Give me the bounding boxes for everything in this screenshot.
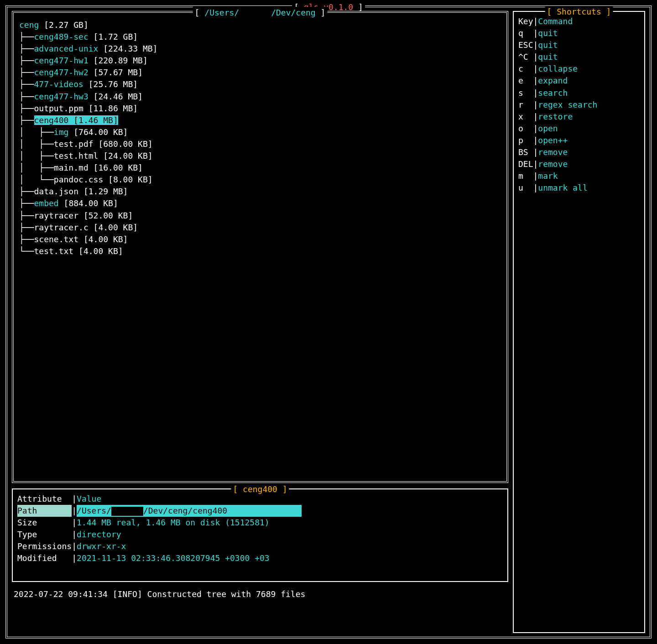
redacted-user (239, 9, 271, 17)
tree-panel[interactable]: [ /Users//Dev/ceng ] ceng [2.27 GB]├──ce… (12, 11, 508, 483)
tree-row[interactable]: ├──advanced-unix [224.33 MB] (19, 43, 501, 55)
shortcut-row: r |regex search (518, 99, 640, 111)
tree-row[interactable]: ├──output.ppm [11.86 MB] (19, 103, 501, 114)
shortcuts-panel: [ Shortcuts ] Key|Commandq |quitESC|quit… (513, 11, 645, 633)
app-window: [ gls v0.1.0 ] [ /Users//Dev/ceng ] ceng… (5, 5, 652, 639)
status-line: 2022-07-22 09:41:34 [INFO] Constructed t… (14, 588, 506, 600)
tree-row[interactable]: ├──data.json [1.29 MB] (19, 186, 501, 197)
tree-row[interactable]: │ ├──test.pdf [680.00 KB] (19, 138, 501, 150)
shortcut-row: BS |remove (518, 146, 640, 158)
detail-row: Path |/Users//Dev/ceng/ceng400 (17, 505, 503, 517)
tree-row[interactable]: ├──embed [884.00 KB] (19, 197, 501, 209)
shortcut-row: u |unmark all (518, 182, 640, 194)
shortcut-row: ESC|quit (518, 39, 640, 51)
tree-row[interactable]: │ ├──test.html [24.00 KB] (19, 150, 501, 162)
tree-row[interactable]: ├──ceng477-hw1 [220.89 MB] (19, 55, 501, 67)
shortcut-row: q |quit (518, 27, 640, 39)
detail-row: Type |directory (17, 529, 503, 540)
shortcut-row: DEL|remove (518, 158, 640, 170)
status-log: 2022-07-22 09:41:34 [INFO] Constructed t… (12, 587, 508, 633)
tree-row[interactable]: ├──raytracer [52.00 KB] (19, 210, 501, 222)
shortcut-row: x |restore (518, 111, 640, 123)
tree-row[interactable]: ├──ceng400 [1.46 MB] (19, 114, 501, 126)
tree-row[interactable]: ├──raytracer.c [4.00 KB] (19, 222, 501, 234)
tree-row[interactable]: ├──477-videos [25.76 MB] (19, 78, 501, 90)
shortcut-row: e |expand (518, 75, 640, 87)
detail-row: Permissions|drwxr-xr-x (17, 540, 503, 552)
tree-row[interactable]: └──test.txt [4.00 KB] (19, 245, 501, 257)
tree-row[interactable]: │ ├──main.md [16.00 KB] (19, 162, 501, 174)
tree-row[interactable]: │ ├──img [764.00 KB] (19, 126, 501, 138)
tree-row[interactable]: ├──scene.txt [4.00 KB] (19, 234, 501, 245)
tree-row[interactable]: ├──ceng477-hw3 [24.46 MB] (19, 91, 501, 103)
shortcut-row: m |mark (518, 170, 640, 182)
detail-row: Modified |2021-11-13 02:33:46.308207945 … (17, 552, 503, 564)
detail-panel: [ ceng400 ] Attribute |ValuePath |/Users… (12, 488, 508, 582)
shortcut-row: ^C |quit (518, 51, 640, 63)
tree-root[interactable]: ceng [2.27 GB] (19, 19, 501, 31)
shortcut-row: o |open (518, 123, 640, 135)
shortcuts-title: [ Shortcuts ] (545, 6, 613, 18)
redacted-user (111, 507, 143, 516)
detail-row: Size |1.44 MB real, 1.46 MB on disk (151… (17, 517, 503, 529)
tree-row[interactable]: │ └──pandoc.css [8.00 KB] (19, 174, 501, 186)
detail-panel-title: [ ceng400 ] (231, 483, 289, 495)
shortcut-row: c |collapse (518, 63, 640, 75)
tree-panel-title: [ /Users//Dev/ceng ] (193, 7, 328, 19)
shortcut-row: s |search (518, 87, 640, 99)
tree-row[interactable]: ├──ceng489-sec [1.72 GB] (19, 31, 501, 43)
tree-row[interactable]: ├──ceng477-hw2 [57.67 MB] (19, 67, 501, 78)
shortcut-row: p |open++ (518, 135, 640, 146)
